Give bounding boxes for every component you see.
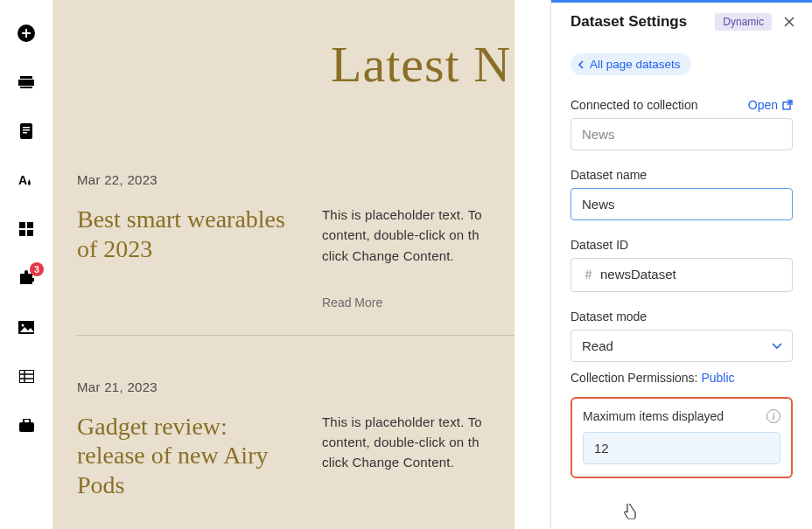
layers-icon [18,76,34,88]
chevron-left-icon [578,60,584,69]
svg-rect-14 [27,230,33,236]
svg-point-16 [22,324,24,326]
paint-icon: A [18,172,34,188]
left-toolbar: A 3 [0,0,52,529]
open-collection-link[interactable]: Open [748,98,793,112]
svg-rect-17 [19,370,34,383]
dataset-id-label: Dataset ID [570,238,628,252]
collection-display[interactable]: News [570,118,793,150]
business-button[interactable] [18,416,35,434]
media-button[interactable] [18,318,35,336]
page-heading[interactable]: Latest N [77,35,514,94]
svg-rect-9 [23,132,27,134]
svg-rect-2 [22,32,31,34]
cms-button[interactable] [18,367,35,385]
article-item: Mar 21, 2023 Gadget review: release of n… [77,335,514,500]
max-items-group: Maximum items displayed i [570,397,793,478]
info-icon[interactable]: i [766,409,780,423]
connected-label: Connected to collection [570,98,698,112]
panel-header: Dataset Settings Dynamic [551,3,812,41]
permissions-line: Collection Permissions: Public [570,371,793,385]
back-to-datasets[interactable]: All page datasets [570,53,691,75]
svg-rect-5 [20,87,32,88]
article-date[interactable]: Mar 21, 2023 [77,379,497,394]
editor-canvas: Latest N Mar 22, 2023 Best smart wearabl… [52,0,514,529]
theme-button[interactable]: A [18,171,35,189]
article-item: Mar 22, 2023 Best smart wearables of 202… [77,172,514,310]
svg-text:A: A [18,173,27,187]
add-button[interactable] [18,24,35,42]
article-date[interactable]: Mar 22, 2023 [77,172,497,187]
app-market-button[interactable]: 3 [18,269,35,287]
max-items-label: Maximum items displayed [583,409,724,423]
dataset-name-group: Dataset name [570,168,793,220]
dataset-mode-group: Dataset mode Read Collection Permissions… [570,310,793,385]
svg-rect-13 [19,230,25,236]
plus-circle-icon [18,24,35,42]
grid-icon [19,222,33,236]
briefcase-icon [19,419,34,432]
dataset-mode-label: Dataset mode [570,310,647,324]
dataset-id-group: Dataset ID ＃newsDataset [570,238,793,292]
svg-rect-8 [23,129,30,131]
table-icon [19,370,34,383]
apps-button[interactable] [18,220,35,238]
svg-rect-3 [18,80,34,86]
dataset-name-input[interactable] [570,188,793,220]
dataset-id-display[interactable]: ＃newsDataset [570,258,793,292]
svg-rect-6 [20,123,32,139]
connected-collection-group: Connected to collection Open News [570,98,793,150]
page-icon [20,123,32,139]
permissions-link[interactable]: Public [701,371,734,385]
svg-rect-4 [20,76,32,79]
external-link-icon [782,100,793,110]
dataset-mode-select[interactable]: Read [570,330,793,362]
close-button[interactable] [780,15,798,29]
pages-button[interactable] [18,122,35,140]
layers-button[interactable] [18,73,35,91]
svg-rect-11 [19,222,25,228]
panel-body: All page datasets Connected to collectio… [551,41,812,491]
hash-icon: ＃ [582,267,595,282]
close-icon [784,17,794,27]
svg-rect-22 [24,419,30,423]
settings-panel: Dataset Settings Dynamic All page datase… [550,0,812,529]
read-more-link[interactable]: Read More [322,296,382,310]
article-title[interactable]: Best smart wearables of 2023 [77,205,296,310]
dataset-name-label: Dataset name [570,168,647,182]
panel-title: Dataset Settings [570,13,706,31]
max-items-input[interactable] [583,432,780,464]
svg-rect-7 [23,127,30,129]
svg-rect-12 [27,222,33,228]
back-label: All page datasets [590,58,681,71]
dynamic-chip: Dynamic [715,13,772,31]
canvas-gap [514,0,550,529]
article-excerpt[interactable]: This is placeholder text. To content, do… [322,412,497,473]
article-excerpt[interactable]: This is placeholder text. To content, do… [322,205,497,266]
article-title[interactable]: Gadget review: release of new Airy Pods [77,412,296,500]
image-icon [18,321,34,334]
notification-badge: 3 [30,262,44,276]
